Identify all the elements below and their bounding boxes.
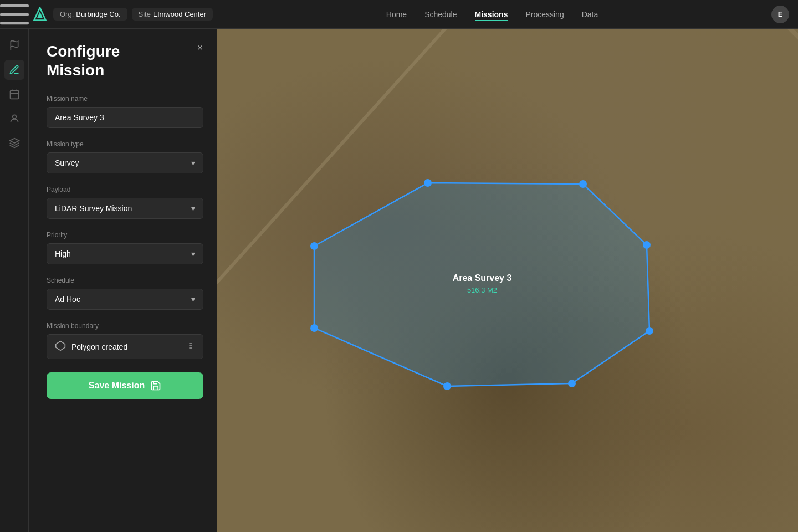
site-value: Elmwood Center xyxy=(153,10,206,18)
nav-missions[interactable]: Missions xyxy=(475,8,508,21)
vertex-7 xyxy=(443,382,451,390)
top-navigation: Org. Burbridge Co. Site Elmwood Center H… xyxy=(0,0,798,29)
save-mission-label: Save Mission xyxy=(89,381,145,391)
priority-select[interactable]: High ▾ xyxy=(47,243,203,264)
app-logo xyxy=(29,0,51,29)
sidebar-calendar-icon[interactable] xyxy=(4,84,24,104)
nav-data[interactable]: Data xyxy=(582,8,598,21)
chevron-down-icon: ▾ xyxy=(191,249,195,258)
save-icon xyxy=(150,380,161,391)
boundary-box[interactable]: Polygon created xyxy=(47,334,203,359)
mission-polygon xyxy=(314,183,649,386)
svg-point-10 xyxy=(12,115,16,119)
mission-name-label: Mission name xyxy=(47,95,203,103)
nav-links: Home Schedule Missions Processing Data xyxy=(213,8,771,21)
mission-type-select[interactable]: Survey ▾ xyxy=(47,152,203,173)
boundary-content: Polygon created xyxy=(55,340,127,353)
schedule-select[interactable]: Ad Hoc ▾ xyxy=(47,289,203,310)
vertex-2 xyxy=(424,179,432,187)
schedule-field: Schedule Ad Hoc ▾ xyxy=(47,277,203,310)
mission-overlay: Area Survey 3 516.3 M2 xyxy=(217,29,798,532)
site-selector[interactable]: Site Elmwood Center xyxy=(132,8,213,21)
vertex-8 xyxy=(310,324,318,332)
site-label: Site xyxy=(139,10,151,18)
svg-rect-1 xyxy=(0,13,29,16)
sidebar-layers-icon[interactable] xyxy=(4,133,24,153)
payload-value: LiDAR Survey Mission xyxy=(55,204,132,213)
priority-field: Priority High ▾ xyxy=(47,231,203,264)
configure-mission-panel: × ConfigureMission Mission name Mission … xyxy=(29,29,217,532)
vertex-3 xyxy=(579,180,587,188)
save-mission-button[interactable]: Save Mission xyxy=(47,372,203,399)
mission-area-map: 516.3 M2 xyxy=(467,286,497,294)
org-selector[interactable]: Org. Burbridge Co. xyxy=(53,8,127,21)
chevron-down-icon: ▾ xyxy=(191,158,195,167)
priority-value: High xyxy=(55,249,71,258)
payload-label: Payload xyxy=(47,186,203,193)
vertex-5 xyxy=(646,327,653,335)
mission-name-field: Mission name xyxy=(47,95,203,128)
map-background: Area Survey 3 516.3 M2 xyxy=(217,29,798,532)
panel-title: ConfigureMission xyxy=(47,42,203,79)
sidebar xyxy=(0,29,29,532)
mission-type-field: Mission type Survey ▾ xyxy=(47,140,203,173)
road-2 xyxy=(538,29,798,490)
nav-schedule[interactable]: Schedule xyxy=(424,8,457,21)
hamburger-menu[interactable] xyxy=(0,0,29,29)
chevron-down-icon: ▾ xyxy=(191,204,195,213)
payload-select[interactable]: LiDAR Survey Mission ▾ xyxy=(47,198,203,219)
nav-processing[interactable]: Processing xyxy=(525,8,564,21)
org-label: Org. xyxy=(60,10,74,18)
schedule-value: Ad Hoc xyxy=(55,295,80,304)
vertex-6 xyxy=(568,380,576,387)
schedule-label: Schedule xyxy=(47,277,203,284)
payload-field: Payload LiDAR Survey Mission ▾ xyxy=(47,186,203,219)
sort-icon xyxy=(186,341,195,352)
mission-type-label: Mission type xyxy=(47,140,203,148)
road-3 xyxy=(217,29,673,526)
mission-boundary-field: Mission boundary Polygon created xyxy=(47,322,203,359)
svg-rect-0 xyxy=(0,4,29,7)
boundary-label: Mission boundary xyxy=(47,322,203,330)
mission-name-input[interactable] xyxy=(47,107,203,128)
chevron-down-icon: ▾ xyxy=(191,295,195,304)
boundary-value: Polygon created xyxy=(71,342,127,351)
svg-marker-12 xyxy=(56,341,65,351)
user-avatar[interactable]: E xyxy=(771,6,789,23)
map-view[interactable]: Area Survey 3 516.3 M2 xyxy=(217,29,798,532)
svg-marker-11 xyxy=(9,139,19,143)
nav-home[interactable]: Home xyxy=(386,8,407,21)
mission-type-value: Survey xyxy=(55,158,79,167)
sidebar-flag-icon[interactable] xyxy=(4,35,24,55)
vertex-1 xyxy=(310,242,318,250)
priority-label: Priority xyxy=(47,231,203,239)
polygon-icon xyxy=(55,340,66,353)
close-button[interactable]: × xyxy=(192,40,208,55)
org-value: Burbridge Co. xyxy=(76,10,120,18)
svg-rect-6 xyxy=(10,90,18,99)
vertex-4 xyxy=(643,241,651,249)
sidebar-person-icon[interactable] xyxy=(4,109,24,129)
mission-name-map: Area Survey 3 xyxy=(453,273,512,283)
svg-rect-2 xyxy=(0,22,29,24)
sidebar-edit-icon[interactable] xyxy=(4,60,24,80)
